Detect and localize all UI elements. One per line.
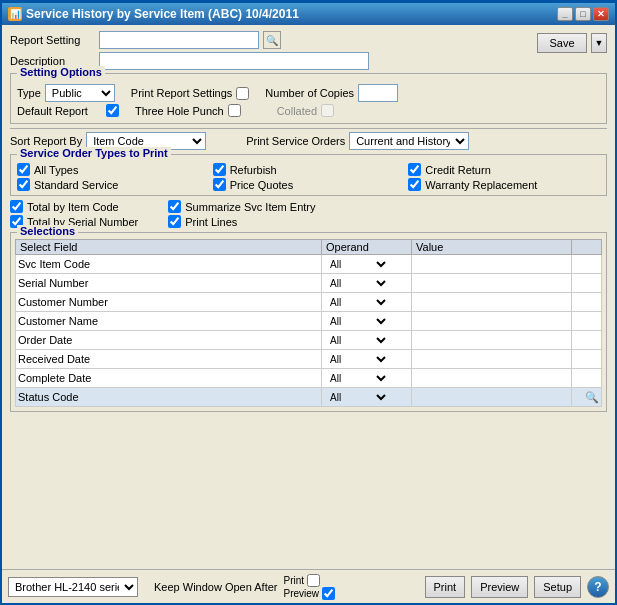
- preview-check-item: Preview: [284, 587, 336, 600]
- table-row: Order Date All: [16, 331, 602, 350]
- settings-row-1: Type Public Private Print Report Setting…: [17, 84, 600, 102]
- type-select[interactable]: Public Private: [45, 84, 115, 102]
- table-row: Svc Item Code All: [16, 255, 602, 274]
- field-customer-number: Customer Number: [16, 293, 322, 312]
- number-of-copies-label: Number of Copies: [265, 87, 354, 99]
- table-row-status: Status Code All 🔍: [16, 388, 602, 407]
- field-received-date: Received Date: [16, 350, 322, 369]
- print-orders-select[interactable]: Current and History Current Only History…: [349, 132, 469, 150]
- keep-window-checks: Print Preview: [284, 574, 336, 600]
- value-complete-date[interactable]: [412, 369, 572, 388]
- type-label: Type: [17, 87, 41, 99]
- value-status-code[interactable]: [412, 388, 572, 407]
- save-dropdown-button[interactable]: ▼: [591, 33, 607, 53]
- operand-statuscode-select[interactable]: All: [324, 389, 389, 405]
- print-orders-label: Print Service Orders: [246, 135, 345, 147]
- types-grid: All Types Refurbish Credit Return Standa…: [17, 163, 600, 191]
- totals-col-1: Total by Item Code Total by Serial Numbe…: [10, 200, 138, 228]
- status-search-icon[interactable]: 🔍: [585, 391, 599, 403]
- operand-receiveddate-select[interactable]: All: [324, 351, 389, 367]
- extra-received-date: [572, 350, 602, 369]
- print-lines-checkbox[interactable]: [168, 215, 181, 228]
- total-item-code-label: Total by Item Code: [27, 201, 119, 213]
- operand-custname-select[interactable]: All: [324, 313, 389, 329]
- value-customer-name[interactable]: [412, 312, 572, 331]
- field-svc-item-code: Svc Item Code: [16, 255, 322, 274]
- price-quotes-checkbox[interactable]: [213, 178, 226, 191]
- credit-return-checkbox[interactable]: [408, 163, 421, 176]
- report-setting-label: Report Setting: [10, 34, 95, 46]
- setting-options-legend: Setting Options: [17, 66, 105, 78]
- print-button[interactable]: Print: [425, 576, 466, 598]
- type-refurbish: Refurbish: [213, 163, 405, 176]
- warranty-replacement-checkbox[interactable]: [408, 178, 421, 191]
- print-checkbox[interactable]: [307, 574, 320, 587]
- preview-checkbox[interactable]: [322, 587, 335, 600]
- extra-complete-date: [572, 369, 602, 388]
- operand-completedate-select[interactable]: All: [324, 370, 389, 386]
- print-report-settings-item: Print Report Settings: [131, 87, 250, 100]
- value-svc-item-code[interactable]: [412, 255, 572, 274]
- standard-service-label: Standard Service: [34, 179, 118, 191]
- operand-orderdate-select[interactable]: All: [324, 332, 389, 348]
- summarize-svc-label: Summarize Svc Item Entry: [185, 201, 315, 213]
- total-item-code-checkbox[interactable]: [10, 200, 23, 213]
- operand-received-date: All: [322, 350, 412, 369]
- totals-col-2: Summarize Svc Item Entry Print Lines: [168, 200, 315, 228]
- extra-serial-number: [572, 274, 602, 293]
- operand-complete-date: All: [322, 369, 412, 388]
- field-customer-name: Customer Name: [16, 312, 322, 331]
- setting-options-section: Setting Options Type Public Private Prin…: [10, 73, 607, 124]
- field-order-date: Order Date: [16, 331, 322, 350]
- operand-serial-number: All: [322, 274, 412, 293]
- printer-select[interactable]: Brother HL-2140 series#:1: [8, 577, 138, 597]
- maximize-button[interactable]: □: [575, 7, 591, 21]
- three-hole-punch-label: Three Hole Punch: [135, 105, 224, 117]
- refurbish-checkbox[interactable]: [213, 163, 226, 176]
- info-button[interactable]: ?: [587, 576, 609, 598]
- default-report-checkbox[interactable]: [106, 104, 119, 117]
- selections-section: Selections Select Field Operand Value Sv…: [10, 232, 607, 412]
- refurbish-label: Refurbish: [230, 164, 277, 176]
- close-button[interactable]: ✕: [593, 7, 609, 21]
- preview-check-label: Preview: [284, 588, 320, 599]
- value-received-date[interactable]: [412, 350, 572, 369]
- type-all-types: All Types: [17, 163, 209, 176]
- main-window: 📊 Service History by Service Item (ABC) …: [0, 0, 617, 605]
- bottom-bar: Brother HL-2140 series#:1 Keep Window Op…: [2, 569, 615, 603]
- report-setting-input[interactable]: STANDARD: [99, 31, 259, 49]
- minimize-button[interactable]: _: [557, 7, 573, 21]
- price-quotes-label: Price Quotes: [230, 179, 294, 191]
- operand-customer-name: All: [322, 312, 412, 331]
- value-serial-number[interactable]: [412, 274, 572, 293]
- three-hole-punch-checkbox[interactable]: [228, 104, 241, 117]
- print-lines-item: Print Lines: [168, 215, 315, 228]
- standard-service-checkbox[interactable]: [17, 178, 30, 191]
- operand-svc-select[interactable]: All: [324, 256, 389, 272]
- number-of-copies-input[interactable]: 1: [358, 84, 398, 102]
- operand-custnumber-select[interactable]: All: [324, 294, 389, 310]
- all-types-label: All Types: [34, 164, 78, 176]
- selections-table: Select Field Operand Value Svc Item Code…: [15, 239, 602, 407]
- preview-button[interactable]: Preview: [471, 576, 528, 598]
- title-bar: 📊 Service History by Service Item (ABC) …: [2, 3, 615, 25]
- table-row: Customer Name All: [16, 312, 602, 331]
- field-serial-number: Serial Number: [16, 274, 322, 293]
- print-report-settings-checkbox[interactable]: [236, 87, 249, 100]
- credit-return-label: Credit Return: [425, 164, 490, 176]
- report-setting-search-button[interactable]: 🔍: [263, 31, 281, 49]
- summarize-svc-checkbox[interactable]: [168, 200, 181, 213]
- setup-button[interactable]: Setup: [534, 576, 581, 598]
- table-row: Customer Number All: [16, 293, 602, 312]
- description-input[interactable]: Service History by Item: [99, 52, 369, 70]
- table-row: Serial Number All: [16, 274, 602, 293]
- app-icon: 📊: [8, 7, 22, 21]
- operand-serial-select[interactable]: All: [324, 275, 389, 291]
- save-button[interactable]: Save: [537, 33, 587, 53]
- all-types-checkbox[interactable]: [17, 163, 30, 176]
- operand-customer-number: All: [322, 293, 412, 312]
- extra-svc-item-code: [572, 255, 602, 274]
- value-order-date[interactable]: [412, 331, 572, 350]
- three-hole-punch-item: Three Hole Punch: [135, 104, 241, 117]
- value-customer-number[interactable]: [412, 293, 572, 312]
